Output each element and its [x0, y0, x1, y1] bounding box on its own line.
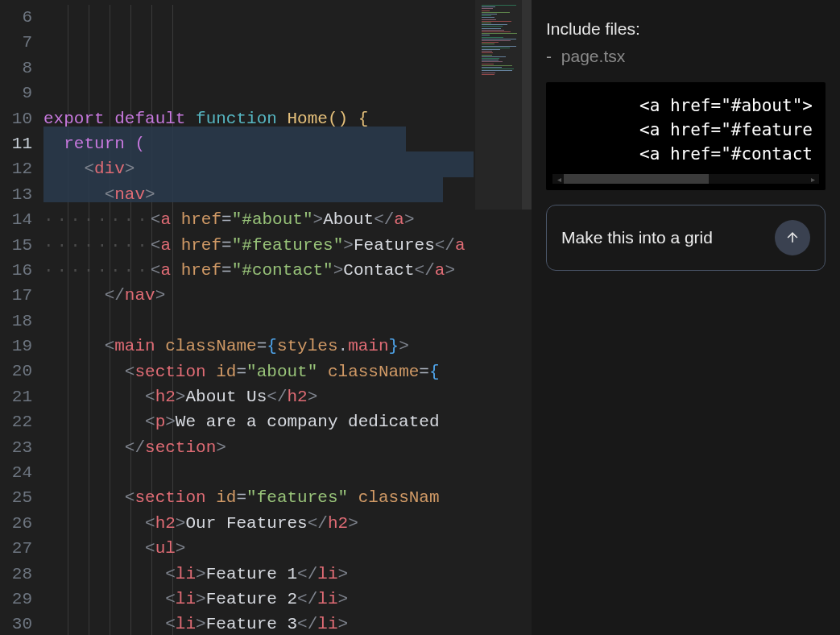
code-editor[interactable]: 6789101112131415161718192021222324252627…	[0, 0, 532, 635]
line-number: 10	[0, 106, 32, 131]
line-number: 7	[0, 30, 32, 55]
line-number: 13	[0, 182, 32, 207]
line-number: 23	[0, 435, 32, 460]
line-number: 25	[0, 485, 32, 510]
code-line[interactable]: </section>	[43, 435, 532, 460]
code-line[interactable]: ········<a href="#contact">Contact</a>	[43, 258, 532, 283]
line-number: 16	[0, 258, 32, 283]
line-number: 26	[0, 511, 32, 536]
line-number: 17	[0, 283, 32, 308]
snippet-scrollbar[interactable]: ◂ ▸	[552, 174, 819, 184]
line-number: 11	[0, 131, 32, 156]
snippet-scroll-thumb[interactable]	[564, 174, 709, 184]
code-line[interactable]: <h2>Our Features</h2>	[43, 511, 532, 536]
code-line[interactable]	[43, 81, 532, 106]
line-number: 27	[0, 536, 32, 561]
code-line[interactable]: <section id="about" className={	[43, 359, 532, 384]
line-number: 19	[0, 334, 32, 359]
code-line[interactable]: <p>We are a company dedicated	[43, 409, 532, 434]
line-number: 12	[0, 156, 32, 181]
arrow-up-icon	[784, 230, 801, 246]
line-number: 8	[0, 56, 32, 81]
send-button[interactable]	[775, 220, 810, 255]
code-line[interactable]: <li>Feature 1</li>	[43, 562, 532, 587]
line-number: 6	[0, 5, 32, 30]
code-line[interactable]	[43, 309, 532, 334]
line-number: 29	[0, 587, 32, 612]
code-line[interactable]: <li>Feature 3</li>	[43, 612, 532, 635]
included-file[interactable]: - page.tsx	[546, 47, 826, 66]
code-line[interactable]: <ul>	[43, 536, 532, 561]
code-line[interactable]	[43, 460, 532, 485]
context-snippet: <a href="#about"> <a href="#feature <a h…	[546, 82, 826, 190]
minimap-scrollbar[interactable]	[522, 0, 532, 210]
include-files-label: Include files:	[546, 19, 826, 39]
line-number: 14	[0, 207, 32, 232]
code-area[interactable]: export default function Home() { return …	[43, 0, 532, 635]
line-number: 18	[0, 309, 32, 334]
assistant-panel: Include files: - page.tsx <a href="#abou…	[532, 0, 840, 635]
minimap[interactable]	[475, 0, 532, 635]
code-line[interactable]: <main className={styles.main}>	[43, 334, 532, 359]
scroll-left-icon[interactable]: ◂	[554, 174, 564, 184]
code-line[interactable]: <section id="features" classNam	[43, 485, 532, 510]
prompt-box[interactable]: Make this into a grid	[546, 205, 826, 271]
code-line[interactable]: ········<a href="#features">Features</a	[43, 233, 532, 258]
prompt-input[interactable]: Make this into a grid	[561, 228, 713, 247]
line-number: 15	[0, 233, 32, 258]
line-number: 21	[0, 384, 32, 409]
code-line[interactable]: export default function Home() {	[43, 106, 532, 131]
line-number: 24	[0, 460, 32, 485]
line-number: 28	[0, 562, 32, 587]
code-line[interactable]: ········<a href="#about">About</a>	[43, 207, 532, 232]
code-line[interactable]: <h2>About Us</h2>	[43, 384, 532, 409]
code-line[interactable]: <li>Feature 2</li>	[43, 587, 532, 612]
scroll-right-icon[interactable]: ▸	[808, 174, 817, 184]
line-number: 30	[0, 612, 32, 635]
line-number: 9	[0, 81, 32, 106]
context-snippet-code: <a href="#about"> <a href="#feature <a h…	[546, 93, 826, 166]
line-number-gutter: 6789101112131415161718192021222324252627…	[0, 0, 43, 635]
line-number: 22	[0, 409, 32, 434]
code-line[interactable]: </nav>	[43, 283, 532, 308]
line-number: 20	[0, 359, 32, 384]
